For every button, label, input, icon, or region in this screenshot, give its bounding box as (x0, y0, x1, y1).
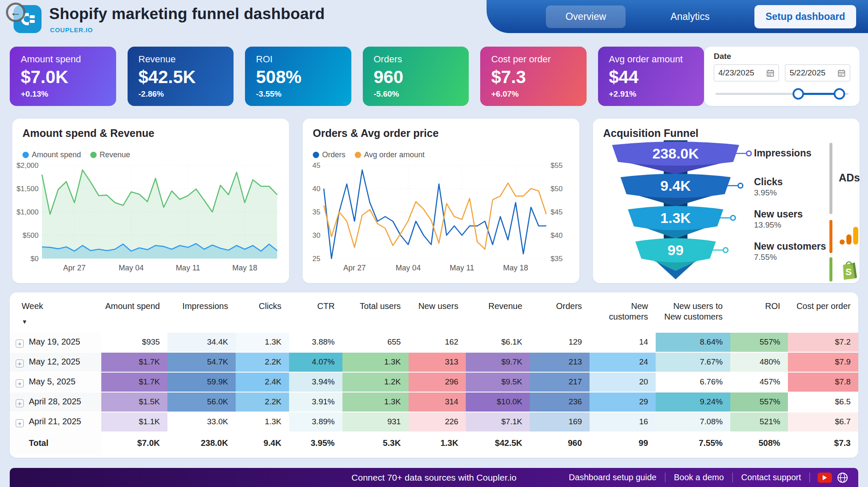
metric-cell: 24 (590, 352, 656, 372)
week-label: May 12, 2025 (29, 357, 80, 366)
expand-row-icon[interactable]: + (16, 359, 24, 367)
metric-cell: $1.5K (101, 392, 167, 412)
week-cell: +May 5, 2025 (10, 372, 101, 392)
slider-handle-start[interactable] (793, 88, 804, 100)
globe-icon[interactable] (837, 472, 848, 483)
date-start-input[interactable]: 4/23/2025 (714, 64, 779, 81)
sort-indicator[interactable]: ▼ (22, 317, 94, 330)
metric-cell: 34.4K (167, 332, 236, 352)
funnel-connector-dot (731, 216, 735, 220)
metric-cell: 4.07% (289, 352, 342, 372)
week-cell: +May 12, 2025 (10, 352, 101, 372)
youtube-icon[interactable] (818, 473, 832, 483)
funnel-label-clicks: Clicks (754, 176, 783, 188)
metric-cell: $6.1K (466, 332, 530, 352)
metric-cell: 1.3K (342, 392, 409, 412)
metric-cell: 3.89% (289, 412, 342, 432)
metric-cell: 296 (409, 372, 466, 392)
table-total-row: Total$7.0K238.0K9.4K3.95%5.3K1.3K$42.5K9… (10, 432, 858, 455)
back-button[interactable]: ← (6, 3, 25, 22)
slider-active-range (798, 93, 839, 95)
metric-cell: 56.0K (167, 392, 236, 412)
tab-overview[interactable]: Overview (546, 6, 626, 28)
metric-cell: 8.64% (656, 332, 730, 352)
metric-cell: 931 (342, 412, 409, 432)
y-axis-tick: $1,000 (17, 208, 39, 216)
y-axis-tick: $0 (31, 255, 39, 263)
metric-cell: $1.7K (101, 352, 167, 372)
expand-row-icon[interactable]: + (16, 399, 24, 407)
total-cell: 9.4K (236, 432, 289, 455)
date-start-value: 4/23/2025 (718, 68, 754, 78)
total-cell: 238.0K (167, 432, 236, 455)
total-cell: 7.55% (656, 432, 730, 455)
x-axis-tick: May 18 (232, 264, 257, 272)
date-filter-label: Date (714, 52, 850, 61)
week-label: April 21, 2025 (29, 417, 81, 426)
footer-link-dashboard-setup-guide[interactable]: Dashboard setup guide (560, 473, 665, 482)
metric-cell: 557% (730, 332, 788, 352)
y-axis-right-tick: $55 (551, 161, 562, 170)
date-range-slider[interactable] (714, 87, 850, 100)
weekly-table-card: Week▼Amount spendImpressionsClicksCTRTot… (10, 292, 858, 458)
funnel-label-new-customers: New customers (754, 241, 826, 252)
y-axis-right-tick: $50 (551, 185, 562, 193)
x-axis-tick: May 04 (396, 264, 421, 272)
date-end-input[interactable]: 5/22/2025 (785, 64, 850, 81)
total-cell: 99 (590, 432, 656, 455)
expand-row-icon[interactable]: + (16, 419, 24, 427)
metric-cell: 3.88% (289, 332, 342, 352)
y-axis-tick: 35 (312, 208, 320, 216)
chart-title: Orders & Avg order price (303, 119, 579, 139)
column-header-new-customers: New customers (590, 295, 656, 332)
metric-cell: $9.7K (466, 352, 530, 372)
calendar-icon[interactable] (837, 69, 846, 77)
table-row: +April 28, 2025$1.5K56.0K2.2K3.91%1.3K31… (10, 392, 858, 412)
footer-link-contact-support[interactable]: Contact support (733, 473, 810, 482)
calendar-icon[interactable] (766, 69, 774, 77)
column-header-clicks: Clicks (236, 295, 289, 332)
kpi-delta: +6.07% (491, 89, 576, 99)
expand-row-icon[interactable]: + (16, 340, 24, 348)
metric-cell: 162 (409, 332, 466, 352)
metric-cell: 9.24% (656, 392, 730, 412)
column-header-amount-spend: Amount spend (101, 295, 167, 332)
funnel-stage-value: 238.0K (652, 145, 699, 161)
weekly-metrics-table: Week▼Amount spendImpressionsClicksCTRTot… (10, 295, 858, 455)
metric-cell: 54.7K (167, 352, 236, 372)
metric-cell: $6.5 (788, 392, 858, 412)
kpi-label: Revenue (139, 54, 223, 65)
metric-cell: 213 (530, 352, 590, 372)
kpi-delta: -2.86% (139, 89, 223, 99)
chart-card-spend-revenue: Amount spend & Revenue Amount spendReven… (12, 119, 289, 283)
metric-cell: 1.2K (342, 372, 409, 392)
metric-cell: 7.67% (656, 352, 730, 372)
expand-row-icon[interactable]: + (16, 379, 24, 387)
funnel-label-new-users: New users (754, 209, 803, 220)
slider-handle-end[interactable] (834, 88, 845, 100)
kpi-delta: -3.55% (256, 89, 340, 99)
metric-cell: $7.1K (466, 412, 530, 432)
metric-cell: 59.9K (167, 372, 236, 392)
tab-analytics[interactable]: Analytics (651, 6, 729, 28)
setup-dashboard-button[interactable]: Setup dashboard (754, 5, 856, 28)
y-axis-tick: 25 (312, 255, 320, 263)
column-header-new-users-to-new-customers: New users to New customers (656, 295, 730, 332)
header: ← Shopify marketing funnel dashboard COU… (0, 0, 868, 39)
kpi-row: Amount spend$7.0K+0.13%Revenue$42.5K-2.8… (10, 47, 704, 106)
funnel-pct: 13.95% (754, 220, 781, 230)
total-cell: $7.0K (101, 432, 167, 455)
orders-price-chart: 2530354045$35$40$45$50$55Apr 27May 04May… (303, 161, 576, 275)
kpi-label: Avg order amount (609, 54, 693, 65)
chart-card-orders-price: Orders & Avg order price OrdersAvg order… (303, 119, 579, 283)
x-axis-tick: Apr 27 (63, 264, 86, 272)
metric-cell: $7.9 (788, 352, 858, 372)
metric-cell: 313 (409, 352, 466, 372)
week-label: May 19, 2025 (29, 337, 80, 346)
footer-link-book-a-demo[interactable]: Book a demo (665, 473, 733, 482)
week-cell: +April 21, 2025 (10, 412, 101, 432)
metric-cell: $1.7K (101, 372, 167, 392)
kpi-label: ROI (256, 54, 340, 65)
kpi-delta: -5.60% (374, 89, 458, 99)
y-axis-tick: $2,000 (17, 161, 39, 170)
